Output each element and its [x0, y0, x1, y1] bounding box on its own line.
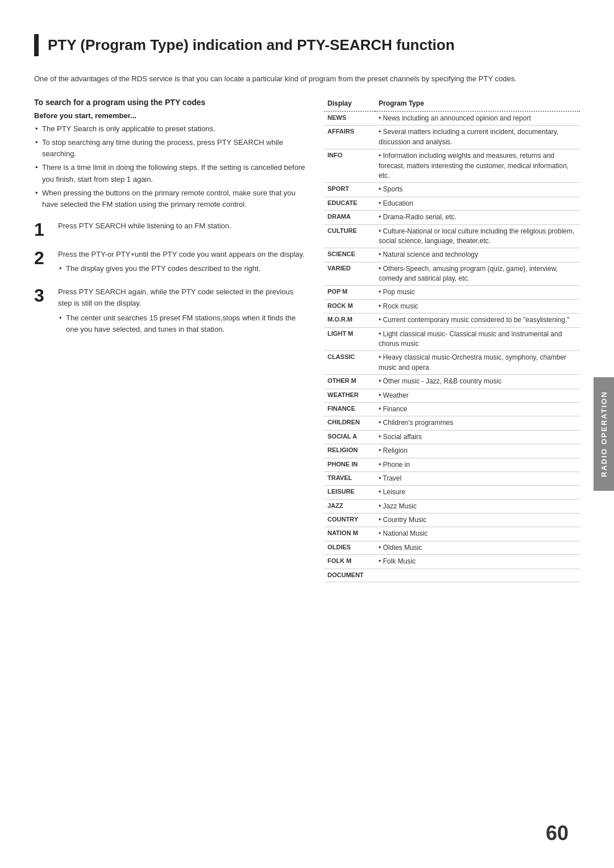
display-cell: CHILDREN	[324, 416, 375, 430]
table-row: DOCUMENT	[324, 569, 580, 582]
program-cell: • News including an announced opinion an…	[375, 111, 580, 126]
display-cell: AFFAIRS	[324, 126, 375, 149]
table-row: LIGHT M• Light classical music- Classica…	[324, 327, 580, 351]
program-cell: • Religion	[375, 444, 580, 458]
display-cell: LIGHT M	[324, 327, 375, 351]
step-bullet-list: The center unit searches 15 preset FM st…	[58, 312, 307, 335]
table-row: CHILDREN• Children's programmes	[324, 416, 580, 430]
program-cell: • Finance	[375, 402, 580, 416]
display-cell: TRAVEL	[324, 471, 375, 485]
step-number: 3	[34, 286, 50, 304]
title-bar: PTY (Program Type) indication and PTY-SE…	[34, 34, 580, 56]
step-main-text: Press PTY SEARCH while listening to an F…	[58, 220, 307, 232]
display-cell: DRAMA	[324, 211, 375, 224]
display-cell: DOCUMENT	[324, 569, 375, 582]
before-you-start-list: The PTY Search is only applicable to pre…	[34, 123, 307, 210]
table-row: ROCK M• Rock music	[324, 299, 580, 313]
display-cell: VARIED	[324, 262, 375, 286]
program-cell: • Rock music	[375, 299, 580, 313]
program-cell: • Light classical music- Classical music…	[375, 327, 580, 351]
program-cell: • Leisure	[375, 486, 580, 499]
display-cell: SOCIAL A	[324, 430, 375, 444]
program-cell: • Social affairs	[375, 430, 580, 444]
table-row: JAZZ• Jazz Music	[324, 499, 580, 513]
display-cell: JAZZ	[324, 499, 375, 513]
program-cell: • Information including weights and meas…	[375, 149, 580, 183]
display-cell: SCIENCE	[324, 248, 375, 262]
program-cell: • Pop music	[375, 286, 580, 299]
program-cell: • Travel	[375, 471, 580, 485]
steps-container: 1Press PTY SEARCH while listening to an …	[34, 220, 307, 337]
table-row: POP M• Pop music	[324, 286, 580, 299]
list-item: The PTY Search is only applicable to pre…	[34, 123, 307, 135]
table-row: OLDIES• Oldies Music	[324, 541, 580, 554]
display-cell: LEISURE	[324, 486, 375, 499]
page-number: 60	[546, 821, 569, 845]
table-row: RELIGION• Religion	[324, 444, 580, 458]
display-cell: ROCK M	[324, 299, 375, 313]
program-cell: • Sports	[375, 183, 580, 197]
table-row: TRAVEL• Travel	[324, 471, 580, 485]
step-content: Press the PTY-or PTY+until the PTY code …	[58, 249, 307, 276]
table-row: INFO• Information including weights and …	[324, 149, 580, 183]
right-column: Display Program Type NEWS• News includin…	[324, 98, 580, 582]
program-cell: • Heavy classical music-Orchestra music,…	[375, 351, 580, 375]
table-row: NEWS• News including an announced opinio…	[324, 111, 580, 126]
radio-operation-sidebar: RADIO OPERATION	[594, 377, 614, 491]
program-cell: • Others-Speech, amusing program (quiz, …	[375, 262, 580, 286]
step-item: 2Press the PTY-or PTY+until the PTY code…	[34, 249, 307, 276]
program-cell: • Education	[375, 197, 580, 210]
step-content: Press PTY SEARCH again, while the PTY co…	[58, 286, 307, 337]
two-column-layout: To search for a program using the PTY co…	[34, 98, 580, 582]
table-row: SOCIAL A• Social affairs	[324, 430, 580, 444]
table-row: DRAMA• Drama-Radio serial, etc.	[324, 211, 580, 224]
table-row: SPORT• Sports	[324, 183, 580, 197]
left-column: To search for a program using the PTY co…	[34, 98, 307, 347]
program-cell: • National Music	[375, 527, 580, 541]
step-bullet-list: The display gives you the PTY codes desc…	[58, 263, 307, 274]
program-cell: • Folk Music	[375, 555, 580, 569]
display-cell: CULTURE	[324, 224, 375, 248]
page-title: PTY (Program Type) indication and PTY-SE…	[48, 34, 455, 56]
step-number: 1	[34, 220, 50, 239]
step-item: 3Press PTY SEARCH again, while the PTY c…	[34, 286, 307, 337]
display-cell: EDUCATE	[324, 197, 375, 210]
step-number: 2	[34, 249, 50, 267]
table-row: COUNTRY• Country Music	[324, 514, 580, 527]
step-main-text: Press the PTY-or PTY+until the PTY code …	[58, 249, 307, 260]
program-cell	[375, 569, 580, 582]
program-cell: • Drama-Radio serial, etc.	[375, 211, 580, 224]
step-item: 1Press PTY SEARCH while listening to an …	[34, 220, 307, 239]
program-cell: • Country Music	[375, 514, 580, 527]
display-cell: NATION M	[324, 527, 375, 541]
intro-paragraph: One of the advantages of the RDS service…	[34, 73, 546, 85]
step-bullet-item: The display gives you the PTY codes desc…	[58, 263, 307, 274]
display-cell: NEWS	[324, 111, 375, 126]
table-row: M.O.R.M• Current contemporary music cons…	[324, 314, 580, 327]
display-cell: SPORT	[324, 183, 375, 197]
display-cell: RELIGION	[324, 444, 375, 458]
pty-table: Display Program Type NEWS• News includin…	[324, 98, 580, 582]
display-cell: INFO	[324, 149, 375, 183]
list-item: To stop searching any time during the pr…	[34, 137, 307, 160]
radio-operation-label: RADIO OPERATION	[600, 391, 608, 477]
display-cell: FOLK M	[324, 555, 375, 569]
display-cell: CLASSIC	[324, 351, 375, 375]
program-cell: • Several matters including a current in…	[375, 126, 580, 149]
display-cell: FINANCE	[324, 402, 375, 416]
list-item: There is a time limit in doing the follo…	[34, 162, 307, 185]
section-heading: To search for a program using the PTY co…	[34, 98, 307, 107]
display-cell: COUNTRY	[324, 514, 375, 527]
step-main-text: Press PTY SEARCH again, while the PTY co…	[58, 286, 307, 309]
table-row: CULTURE• Culture-National or local cultu…	[324, 224, 580, 248]
display-cell: PHONE IN	[324, 458, 375, 471]
table-row: AFFAIRS• Several matters including a cur…	[324, 126, 580, 149]
table-row: CLASSIC• Heavy classical music-Orchestra…	[324, 351, 580, 375]
program-cell: • Oldies Music	[375, 541, 580, 554]
program-cell: • Current contemporary music considered …	[375, 314, 580, 327]
table-row: OTHER M• Other music - Jazz, R&B country…	[324, 375, 580, 389]
program-cell: • Culture-National or local culture incl…	[375, 224, 580, 248]
table-row: VARIED• Others-Speech, amusing program (…	[324, 262, 580, 286]
col-program-header: Program Type	[375, 98, 580, 111]
page-wrapper: PTY (Program Type) indication and PTY-SE…	[0, 0, 614, 868]
